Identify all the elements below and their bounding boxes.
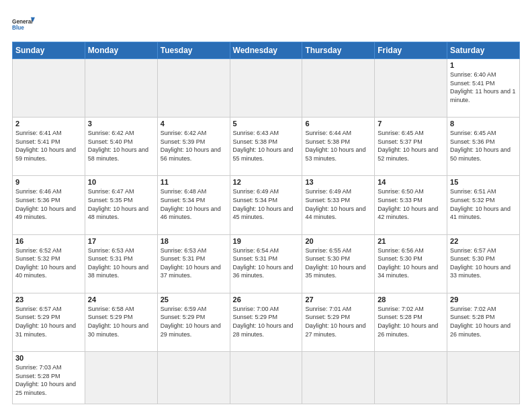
header: GeneralBlue — [12, 12, 520, 36]
day-number: 28 — [378, 295, 444, 304]
calendar-cell: 13Sunrise: 6:49 AM Sunset: 5:33 PM Dayli… — [302, 176, 375, 234]
logo-icon: GeneralBlue — [12, 12, 36, 36]
weekday-header-saturday: Saturday — [447, 42, 520, 59]
day-number: 29 — [450, 295, 517, 304]
calendar-cell: 23Sunrise: 6:57 AM Sunset: 5:29 PM Dayli… — [13, 293, 85, 351]
calendar-cell: 22Sunrise: 6:57 AM Sunset: 5:30 PM Dayli… — [447, 234, 520, 293]
calendar-cell: 21Sunrise: 6:56 AM Sunset: 5:30 PM Dayli… — [375, 234, 447, 293]
day-info: Sunrise: 6:57 AM Sunset: 5:30 PM Dayligh… — [450, 246, 517, 280]
calendar-cell: 11Sunrise: 6:48 AM Sunset: 5:34 PM Dayli… — [157, 176, 230, 234]
day-info: Sunrise: 6:40 AM Sunset: 5:41 PM Dayligh… — [450, 71, 517, 104]
day-info: Sunrise: 7:02 AM Sunset: 5:28 PM Dayligh… — [378, 305, 444, 338]
day-info: Sunrise: 6:51 AM Sunset: 5:32 PM Dayligh… — [450, 187, 517, 221]
day-info: Sunrise: 6:56 AM Sunset: 5:30 PM Dayligh… — [378, 246, 444, 280]
week-row-4: 16Sunrise: 6:52 AM Sunset: 5:32 PM Dayli… — [13, 234, 520, 293]
calendar-cell: 12Sunrise: 6:49 AM Sunset: 5:34 PM Dayli… — [230, 176, 302, 234]
day-number: 30 — [15, 354, 82, 362]
calendar-cell: 18Sunrise: 6:53 AM Sunset: 5:31 PM Dayli… — [157, 234, 230, 293]
calendar-cell: 9Sunrise: 6:46 AM Sunset: 5:36 PM Daylig… — [13, 176, 85, 234]
day-info: Sunrise: 6:47 AM Sunset: 5:35 PM Dayligh… — [88, 187, 154, 221]
day-info: Sunrise: 7:03 AM Sunset: 5:28 PM Dayligh… — [15, 363, 82, 397]
calendar-cell: 29Sunrise: 7:02 AM Sunset: 5:28 PM Dayli… — [447, 293, 520, 351]
day-info: Sunrise: 6:53 AM Sunset: 5:31 PM Dayligh… — [161, 246, 227, 280]
weekday-header-friday: Friday — [375, 42, 447, 59]
calendar-cell: 4Sunrise: 6:42 AM Sunset: 5:39 PM Daylig… — [157, 118, 230, 176]
day-number: 18 — [161, 237, 227, 245]
day-info: Sunrise: 6:59 AM Sunset: 5:29 PM Dayligh… — [161, 305, 227, 338]
day-number: 9 — [15, 178, 82, 186]
calendar-cell — [230, 59, 302, 118]
day-number: 6 — [305, 120, 371, 128]
weekday-header-sunday: Sunday — [13, 42, 85, 59]
day-number: 23 — [15, 295, 82, 304]
calendar-cell: 25Sunrise: 6:59 AM Sunset: 5:29 PM Dayli… — [157, 293, 230, 351]
day-number: 7 — [378, 120, 444, 128]
calendar-cell — [13, 59, 85, 118]
day-info: Sunrise: 6:49 AM Sunset: 5:34 PM Dayligh… — [233, 187, 300, 221]
svg-text:Blue: Blue — [12, 25, 24, 31]
day-info: Sunrise: 7:01 AM Sunset: 5:29 PM Dayligh… — [305, 305, 371, 338]
day-info: Sunrise: 6:50 AM Sunset: 5:33 PM Dayligh… — [378, 187, 444, 221]
svg-text:General: General — [12, 19, 33, 25]
day-number: 2 — [15, 120, 82, 128]
calendar-cell: 26Sunrise: 7:00 AM Sunset: 5:29 PM Dayli… — [230, 293, 302, 351]
day-number: 22 — [450, 237, 517, 245]
day-number: 10 — [88, 178, 154, 186]
day-info: Sunrise: 6:45 AM Sunset: 5:36 PM Dayligh… — [450, 129, 517, 163]
calendar-cell: 14Sunrise: 6:50 AM Sunset: 5:33 PM Dayli… — [375, 176, 447, 234]
day-number: 17 — [88, 237, 154, 245]
weekday-header-tuesday: Tuesday — [157, 42, 230, 59]
calendar-cell — [302, 352, 375, 404]
week-row-6: 30Sunrise: 7:03 AM Sunset: 5:28 PM Dayli… — [13, 352, 520, 404]
day-number: 14 — [378, 178, 444, 186]
day-number: 16 — [15, 237, 82, 245]
calendar-cell: 5Sunrise: 6:43 AM Sunset: 5:38 PM Daylig… — [230, 118, 302, 176]
calendar-cell — [230, 352, 302, 404]
calendar-cell — [85, 352, 157, 404]
calendar-cell — [302, 59, 375, 118]
day-info: Sunrise: 6:48 AM Sunset: 5:34 PM Dayligh… — [161, 187, 227, 221]
day-info: Sunrise: 6:44 AM Sunset: 5:38 PM Dayligh… — [305, 129, 371, 163]
logo: GeneralBlue — [12, 12, 36, 36]
calendar-cell: 8Sunrise: 6:45 AM Sunset: 5:36 PM Daylig… — [447, 118, 520, 176]
calendar-cell: 19Sunrise: 6:54 AM Sunset: 5:31 PM Dayli… — [230, 234, 302, 293]
day-number: 11 — [161, 178, 227, 186]
calendar-cell — [375, 352, 447, 404]
calendar-cell: 10Sunrise: 6:47 AM Sunset: 5:35 PM Dayli… — [85, 176, 157, 234]
day-number: 27 — [305, 295, 371, 304]
day-number: 26 — [233, 295, 300, 304]
weekday-header-wednesday: Wednesday — [230, 42, 302, 59]
page: GeneralBlue SundayMondayTuesdayWednesday… — [0, 0, 532, 411]
day-number: 19 — [233, 237, 300, 245]
weekday-header-row: SundayMondayTuesdayWednesdayThursdayFrid… — [13, 42, 520, 59]
weekday-header-monday: Monday — [85, 42, 157, 59]
calendar-table: SundayMondayTuesdayWednesdayThursdayFrid… — [12, 42, 520, 404]
day-info: Sunrise: 7:00 AM Sunset: 5:29 PM Dayligh… — [233, 305, 300, 338]
calendar-cell: 30Sunrise: 7:03 AM Sunset: 5:28 PM Dayli… — [13, 352, 85, 404]
day-info: Sunrise: 6:58 AM Sunset: 5:29 PM Dayligh… — [88, 305, 154, 338]
day-number: 4 — [161, 120, 227, 128]
calendar-cell: 15Sunrise: 6:51 AM Sunset: 5:32 PM Dayli… — [447, 176, 520, 234]
calendar-cell: 1Sunrise: 6:40 AM Sunset: 5:41 PM Daylig… — [447, 59, 520, 118]
calendar-cell: 20Sunrise: 6:55 AM Sunset: 5:30 PM Dayli… — [302, 234, 375, 293]
day-info: Sunrise: 6:52 AM Sunset: 5:32 PM Dayligh… — [15, 246, 82, 280]
day-number: 15 — [450, 178, 517, 186]
day-number: 25 — [161, 295, 227, 304]
day-number: 13 — [305, 178, 371, 186]
calendar-cell: 2Sunrise: 6:41 AM Sunset: 5:41 PM Daylig… — [13, 118, 85, 176]
day-number: 1 — [450, 61, 517, 69]
day-number: 5 — [233, 120, 300, 128]
weekday-header-thursday: Thursday — [302, 42, 375, 59]
week-row-2: 2Sunrise: 6:41 AM Sunset: 5:41 PM Daylig… — [13, 118, 520, 176]
calendar-cell: 6Sunrise: 6:44 AM Sunset: 5:38 PM Daylig… — [302, 118, 375, 176]
calendar-cell: 3Sunrise: 6:42 AM Sunset: 5:40 PM Daylig… — [85, 118, 157, 176]
day-number: 24 — [88, 295, 154, 304]
calendar-cell: 16Sunrise: 6:52 AM Sunset: 5:32 PM Dayli… — [13, 234, 85, 293]
day-info: Sunrise: 6:41 AM Sunset: 5:41 PM Dayligh… — [15, 129, 82, 163]
calendar-cell: 7Sunrise: 6:45 AM Sunset: 5:37 PM Daylig… — [375, 118, 447, 176]
calendar-cell: 27Sunrise: 7:01 AM Sunset: 5:29 PM Dayli… — [302, 293, 375, 351]
calendar-cell — [447, 352, 520, 404]
day-number: 8 — [450, 120, 517, 128]
week-row-1: 1Sunrise: 6:40 AM Sunset: 5:41 PM Daylig… — [13, 59, 520, 118]
day-number: 3 — [88, 120, 154, 128]
